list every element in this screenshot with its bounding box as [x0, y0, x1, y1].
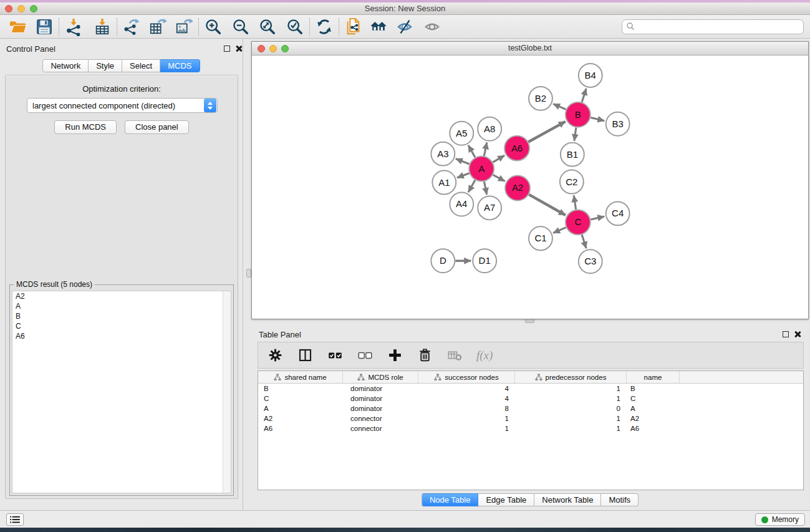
graph-node-A4[interactable]: A4: [450, 192, 473, 216]
graph-edge-A-A7[interactable]: [484, 181, 486, 195]
mcds-result-list[interactable]: A2ABCA6: [12, 291, 231, 493]
table-cell[interactable]: dominator: [343, 384, 418, 394]
graph-node-A1[interactable]: A1: [432, 171, 456, 195]
graph-edge-A2-C[interactable]: [529, 195, 566, 215]
column-header-predecessor-nodes[interactable]: predecessor nodes: [515, 371, 627, 383]
close-panel-icon[interactable]: [794, 331, 801, 338]
zoom-out-icon[interactable]: [230, 17, 251, 37]
float-panel-icon[interactable]: [224, 46, 230, 52]
graph-edge-A-A1[interactable]: [457, 173, 470, 178]
export-network-icon[interactable]: [121, 17, 142, 37]
graph-edge-C-C2[interactable]: [574, 195, 576, 209]
table-cell[interactable]: 4: [418, 384, 515, 394]
table-row[interactable]: Cdominator41C: [258, 394, 803, 404]
result-scrollbar[interactable]: [223, 291, 231, 493]
tab-motifs[interactable]: Motifs: [601, 493, 639, 506]
column-layout-icon[interactable]: [297, 347, 314, 364]
graph-edge-A-A2[interactable]: [493, 175, 505, 181]
hide-selected-icon[interactable]: [394, 17, 415, 37]
open-file-icon[interactable]: [7, 17, 29, 37]
graph-edge-A-A4[interactable]: [468, 180, 475, 192]
graph-node-C1[interactable]: C1: [529, 226, 552, 250]
add-column-icon[interactable]: [387, 347, 403, 364]
graph-edge-A-A8[interactable]: [484, 142, 486, 156]
graph-edge-A-A5[interactable]: [468, 145, 475, 157]
mcds-result-item[interactable]: A6: [12, 331, 231, 341]
delete-column-icon[interactable]: [417, 347, 433, 364]
float-panel-icon[interactable]: [783, 331, 789, 337]
table-row[interactable]: A6connector11A6: [258, 423, 803, 433]
table-cell[interactable]: connector: [343, 423, 418, 433]
table-cell[interactable]: A: [627, 404, 680, 414]
table-cell[interactable]: B: [258, 384, 343, 394]
graph-node-C3[interactable]: C3: [579, 249, 602, 273]
import-network-icon[interactable]: [63, 17, 84, 37]
table-cell[interactable]: 0: [515, 404, 627, 414]
search-box[interactable]: [622, 19, 804, 34]
table-cell[interactable]: 1: [515, 384, 627, 394]
save-session-icon[interactable]: [34, 17, 55, 37]
graph-edge-C-C1[interactable]: [553, 228, 566, 233]
tab-edge-table[interactable]: Edge Table: [478, 493, 534, 506]
apply-layout-icon[interactable]: [314, 17, 335, 37]
graph-node-B[interactable]: B: [566, 102, 591, 127]
left-mini-scrollbar[interactable]: [246, 269, 251, 278]
graph-node-C2[interactable]: C2: [560, 170, 584, 194]
mcds-result-item[interactable]: B: [12, 311, 231, 321]
graph-node-C[interactable]: C: [566, 210, 591, 235]
table-row[interactable]: Adominator80A: [258, 404, 803, 414]
graph-node-B1[interactable]: B1: [561, 143, 584, 167]
graph-edge-C-C4[interactable]: [591, 216, 604, 220]
close-panel-icon[interactable]: [235, 45, 243, 52]
graph-node-D[interactable]: D: [431, 249, 455, 273]
table-cell[interactable]: connector: [343, 414, 418, 423]
deselect-all-columns-icon[interactable]: [357, 347, 374, 364]
memory-button[interactable]: Memory: [755, 513, 805, 526]
table-cell[interactable]: 1: [418, 414, 515, 423]
graph-edge-A-A3[interactable]: [456, 159, 470, 164]
graph-edge-A-A6[interactable]: [493, 155, 504, 162]
export-image-icon[interactable]: [173, 17, 195, 37]
graph-edge-B-B4[interactable]: [582, 89, 586, 102]
graph-node-B4[interactable]: B4: [579, 64, 602, 87]
table-cell[interactable]: 8: [418, 404, 515, 414]
tab-network-table[interactable]: Network Table: [534, 493, 601, 506]
table-cell[interactable]: A6: [258, 423, 343, 433]
mcds-result-item[interactable]: A: [12, 301, 231, 311]
zoom-fit-icon[interactable]: [257, 17, 278, 37]
table-cell[interactable]: dominator: [343, 404, 418, 414]
table-row[interactable]: A2connector11A2: [258, 414, 803, 423]
table-cell[interactable]: 1: [515, 394, 627, 404]
table-cell[interactable]: dominator: [343, 394, 418, 404]
mcds-result-item[interactable]: C: [12, 321, 231, 331]
graph-node-B3[interactable]: B3: [606, 112, 630, 136]
table-settings-gear-icon[interactable]: [267, 347, 284, 364]
graph-node-A8[interactable]: A8: [478, 117, 501, 141]
tab-style[interactable]: Style: [89, 59, 122, 72]
zoom-in-icon[interactable]: [203, 17, 224, 37]
network-canvas[interactable]: AA1A2A3A4A5A6A7A8BB1B2B3B4CC1C2C3C4DD1: [252, 56, 808, 319]
table-cell[interactable]: 4: [418, 394, 515, 404]
show-all-icon[interactable]: [422, 17, 443, 37]
criterion-select[interactable]: largest connected component (directed): [27, 98, 218, 113]
table-cell[interactable]: 1: [515, 414, 627, 423]
graph-node-B2[interactable]: B2: [529, 87, 552, 110]
bottom-divider-handle[interactable]: [525, 319, 534, 323]
select-all-columns-icon[interactable]: [327, 347, 344, 364]
graph-edge-B-B1[interactable]: [574, 128, 576, 141]
tab-node-table[interactable]: Node Table: [422, 493, 479, 506]
import-table-icon[interactable]: [92, 17, 113, 37]
table-cell[interactable]: A6: [627, 423, 680, 433]
run-mcds-button[interactable]: Run MCDS: [54, 120, 117, 134]
column-header-successor-nodes[interactable]: successor nodes: [418, 371, 515, 383]
table-cell[interactable]: A: [258, 404, 343, 414]
graph-node-A5[interactable]: A5: [450, 122, 473, 145]
table-cell[interactable]: B: [627, 384, 680, 394]
table-cell[interactable]: C: [627, 394, 680, 404]
column-header-name[interactable]: name: [627, 371, 680, 383]
new-network-from-selection-icon[interactable]: [343, 17, 364, 37]
table-row[interactable]: Bdominator41B: [258, 384, 803, 394]
graph-edge-A6-B[interactable]: [528, 122, 565, 142]
graph-node-A2[interactable]: A2: [505, 176, 530, 201]
close-panel-button[interactable]: Close panel: [125, 120, 189, 134]
